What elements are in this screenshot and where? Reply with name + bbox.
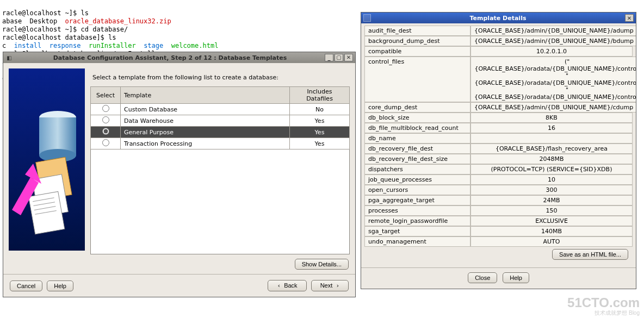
save-as-html-button[interactable]: Save as an HTML file... [552,249,628,260]
param-value: 24MB [470,195,633,205]
param-value: 2048MB [470,154,633,164]
watermark: 51CTO.com 技术成就梦想 Blog [567,296,640,316]
template-datafiles: No [290,104,350,115]
dbca-title: Database Configuration Assistant, Step 2… [15,54,325,61]
cancel-button[interactable]: Cancel [10,280,42,291]
dbca-instruction: Select a template from the following lis… [90,68,350,86]
template-radio[interactable] [102,105,109,112]
template-name: Custom Database [121,104,290,115]
param-value: 300 [470,185,633,195]
close-button[interactable]: ✕ [344,54,353,61]
details-app-icon [363,14,371,22]
template-name: Data Warehouse [121,115,290,127]
param-name: processes [364,205,470,216]
param-value: {ORACLE_BASE}/admin/{DB_UNIQUE_NAME}/adu… [470,26,636,36]
minimize-button[interactable]: _ [325,54,333,61]
help-button[interactable]: Help [47,280,73,291]
param-name: open_cursors [364,185,470,195]
template-name: Transaction Processing [121,138,290,149]
param-value: {ORACLE_BASE}/admin/{DB_UNIQUE_NAME}/bdu… [470,36,636,46]
param-value: (PROTOCOL=TCP) (SERVICE={SID}XDB) [470,164,633,174]
template-name: General Purpose [121,127,290,138]
param-name: remote_login_passwordfile [364,216,470,226]
param-name: compatible [364,46,470,57]
param-name: audit_file_dest [364,26,470,36]
param-table: audit_file_dest{ORACLE_BASE}/admin/{DB_U… [364,26,633,247]
template-details-window: Template Details ✕ audit_file_dest{ORACL… [361,12,636,289]
template-datafiles: Yes [290,138,350,149]
svg-rect-6 [29,191,65,234]
param-name: sga_target [364,226,470,236]
param-row: processes150 [364,205,633,216]
maximize-button[interactable]: ▢ [335,54,343,61]
param-row: compatible10.2.0.1.0 [364,46,633,57]
param-row: audit_file_dest{ORACLE_BASE}/admin/{DB_U… [364,26,633,36]
template-row[interactable]: Transaction ProcessingYes [91,138,350,149]
param-name: db_recovery_file_dest_size [364,154,470,164]
param-row: db_file_multiblock_read_count16 [364,123,633,133]
param-row: core_dump_dest{ORACLE_BASE}/admin/{DB_UN… [364,102,633,113]
col-select: Select [91,87,121,104]
details-close-btn[interactable]: Close [468,272,497,283]
param-value: 140MB [470,226,633,236]
template-datafiles: Yes [290,127,350,138]
template-datafiles: Yes [290,115,350,127]
param-name: control_files [364,57,470,102]
details-title: Template Details [371,15,625,22]
back-button[interactable]: ‹ Back [268,280,306,291]
param-name: db_name [364,133,470,144]
template-table: Select Template Includes Datafiles Custo… [90,86,350,149]
param-value: AUTO [470,236,633,247]
param-row: sga_target140MB [364,226,633,236]
param-row: undo_managementAUTO [364,236,633,247]
param-name: dispatchers [364,164,470,174]
param-row: db_recovery_file_dest_size2048MB [364,154,633,164]
show-details-button[interactable]: Show Details... [295,259,349,270]
param-row: db_recovery_file_dest{ORACLE_BASE}/flash… [364,144,633,154]
param-name: background_dump_dest [364,36,470,46]
param-name: undo_management [364,236,470,247]
param-name: db_block_size [364,113,470,123]
dbca-titlebar[interactable]: ◧ Database Configuration Assistant, Step… [3,52,355,63]
dbca-app-icon: ◧ [5,54,13,61]
param-row: background_dump_dest{ORACLE_BASE}/admin/… [364,36,633,46]
col-datafiles: Includes Datafiles [290,87,350,104]
param-name: db_file_multiblock_read_count [364,123,470,133]
template-radio[interactable] [102,128,109,135]
param-row: pga_aggregate_target24MB [364,195,633,205]
details-help-btn[interactable]: Help [503,272,529,283]
param-value: 10.2.0.1.0 [470,46,633,57]
next-button[interactable]: Next › [311,280,349,291]
template-radio[interactable] [102,139,109,146]
details-titlebar[interactable]: Template Details ✕ [361,13,636,23]
dbca-side-graphic [9,68,85,251]
details-close-button[interactable]: ✕ [625,14,634,22]
param-value: 150 [470,205,633,216]
col-template: Template [121,87,290,104]
param-name: core_dump_dest [364,102,470,113]
param-row: remote_login_passwordfileEXCLUSIVE [364,216,633,226]
param-row: db_name [364,133,633,144]
template-row[interactable]: Custom DatabaseNo [91,104,350,115]
param-name: db_recovery_file_dest [364,144,470,154]
param-value [470,133,633,144]
template-row[interactable]: Data WarehouseYes [91,115,350,127]
template-radio[interactable] [102,116,109,123]
param-row: control_files("{ORACLE_BASE}/oradata/{DB… [364,57,633,102]
param-value: {ORACLE_BASE}/admin/{DB_UNIQUE_NAME}/cdu… [470,102,636,113]
param-row: open_cursors300 [364,185,633,195]
dbca-window: ◧ Database Configuration Assistant, Step… [3,52,356,297]
param-value: ("{ORACLE_BASE}/oradata/{DB_UNIQUE_NAME}… [470,57,636,102]
param-value: 16 [470,123,633,133]
param-value: {ORACLE_BASE}/flash_recovery_area [470,144,633,154]
param-value: 8KB [470,113,633,123]
template-row[interactable]: General PurposeYes [91,127,350,138]
param-name: job_queue_processes [364,174,470,185]
param-value: EXCLUSIVE [470,216,633,226]
param-name: pga_aggregate_target [364,195,470,205]
param-row: dispatchers(PROTOCOL=TCP) (SERVICE={SID}… [364,164,633,174]
param-value: 10 [470,174,633,185]
param-row: job_queue_processes10 [364,174,633,185]
param-row: db_block_size8KB [364,113,633,123]
